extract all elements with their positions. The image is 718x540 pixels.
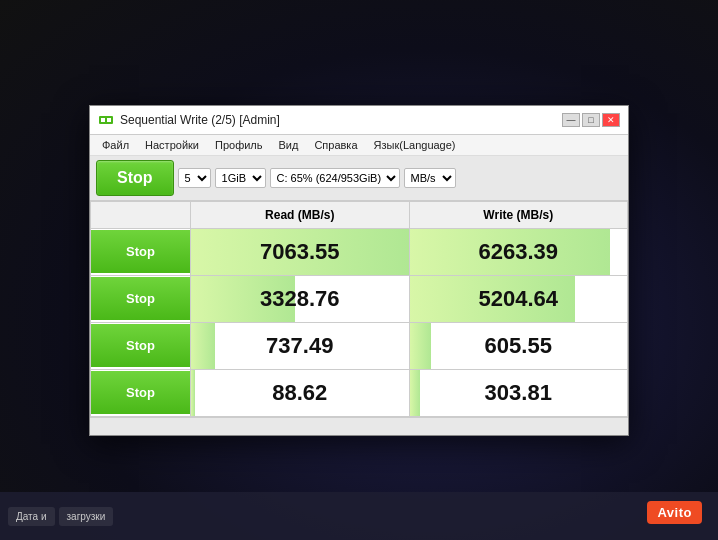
col-header-write: Write (MB/s) — [409, 201, 628, 228]
maximize-button[interactable]: □ — [582, 113, 600, 127]
read-value: 88.62 — [191, 370, 409, 416]
results-table: Read (MB/s) Write (MB/s) Stop7063.556263… — [90, 201, 628, 417]
drive-select[interactable]: C: 65% (624/953GiB) — [270, 168, 400, 188]
table-row: Stop737.49605.55 — [91, 322, 628, 369]
row-label-cell: Stop — [91, 322, 191, 369]
write-value: 5204.64 — [410, 276, 628, 322]
taskbar: Дата и загрузки — [0, 492, 718, 540]
minimize-button[interactable]: — — [562, 113, 580, 127]
menu-bar: Файл Настройки Профиль Вид Справка Язык(… — [90, 135, 628, 156]
app-window: Sequential Write (2/5) [Admin] — □ ✕ Фай… — [89, 105, 629, 436]
avito-badge: Avito — [647, 501, 702, 524]
toolbar: Stop 5 1GiB C: 65% (624/953GiB) MB/s — [90, 156, 628, 201]
write-value: 6263.39 — [410, 229, 628, 275]
menu-language[interactable]: Язык(Language) — [366, 137, 464, 153]
menu-settings[interactable]: Настройки — [137, 137, 207, 153]
write-value-cell: 303.81 — [409, 369, 628, 416]
close-button[interactable]: ✕ — [602, 113, 620, 127]
menu-file[interactable]: Файл — [94, 137, 137, 153]
title-bar: Sequential Write (2/5) [Admin] — □ ✕ — [90, 106, 628, 135]
read-value-cell: 737.49 — [191, 322, 410, 369]
taskbar-item-downloads[interactable]: загрузки — [59, 507, 114, 526]
test-count-select[interactable]: 5 — [178, 168, 211, 188]
read-value-cell: 7063.55 — [191, 228, 410, 275]
menu-help[interactable]: Справка — [306, 137, 365, 153]
row-stop-button[interactable]: Stop — [91, 230, 190, 273]
table-row: Stop88.62303.81 — [91, 369, 628, 416]
write-value-cell: 6263.39 — [409, 228, 628, 275]
menu-profile[interactable]: Профиль — [207, 137, 271, 153]
read-value: 737.49 — [191, 323, 409, 369]
status-bar — [90, 417, 628, 435]
col-header-label — [91, 201, 191, 228]
table-row: Stop7063.556263.39 — [91, 228, 628, 275]
test-size-select[interactable]: 1GiB — [215, 168, 266, 188]
row-label-cell: Stop — [91, 228, 191, 275]
write-value-cell: 5204.64 — [409, 275, 628, 322]
col-header-read: Read (MB/s) — [191, 201, 410, 228]
app-icon — [98, 112, 114, 128]
window-title: Sequential Write (2/5) [Admin] — [120, 113, 556, 127]
svg-rect-2 — [107, 118, 111, 122]
read-value: 3328.76 — [191, 276, 409, 322]
row-stop-button[interactable]: Stop — [91, 371, 190, 414]
unit-select[interactable]: MB/s — [404, 168, 456, 188]
taskbar-item-date[interactable]: Дата и — [8, 507, 55, 526]
read-value-cell: 3328.76 — [191, 275, 410, 322]
window-controls: — □ ✕ — [562, 113, 620, 127]
row-stop-button[interactable]: Stop — [91, 277, 190, 320]
write-value: 303.81 — [410, 370, 628, 416]
read-value: 7063.55 — [191, 229, 409, 275]
main-stop-button[interactable]: Stop — [96, 160, 174, 196]
row-label-cell: Stop — [91, 369, 191, 416]
write-value: 605.55 — [410, 323, 628, 369]
menu-view[interactable]: Вид — [270, 137, 306, 153]
read-value-cell: 88.62 — [191, 369, 410, 416]
row-label-cell: Stop — [91, 275, 191, 322]
write-value-cell: 605.55 — [409, 322, 628, 369]
row-stop-button[interactable]: Stop — [91, 324, 190, 367]
svg-rect-1 — [101, 118, 105, 122]
table-row: Stop3328.765204.64 — [91, 275, 628, 322]
